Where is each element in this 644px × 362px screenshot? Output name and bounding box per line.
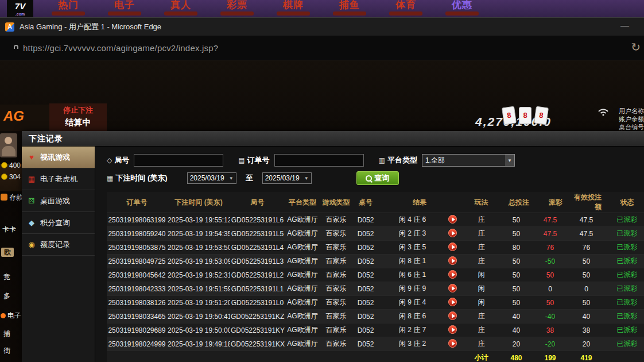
col-total-bet: 总投注: [503, 192, 537, 213]
table-row: 2503191980497252025-03-19 19:53:09GD0522…: [107, 255, 644, 268]
modal-main: ◇局号 ▤订单号 ▥平台类型 1.全部 ▼ ▦下注时间 (美东) 2025/03…: [95, 147, 644, 362]
deposit-button[interactable]: 存款: [1, 192, 22, 202]
bet-records-table: 订单号 下注时间 (美东) 局号 平台类型 游戏类型 桌号 结果 玩法 总投注 …: [107, 192, 644, 362]
col-result: 结果: [379, 192, 460, 213]
avatar[interactable]: [0, 133, 17, 157]
replay-button[interactable]: [448, 215, 457, 224]
cell-game: 百家乐: [320, 310, 352, 324]
result-text: 闲 6 庄 1: [399, 271, 426, 279]
filter-row-1: ◇局号 ▤订单号 ▥平台类型 1.全部 ▼: [107, 154, 644, 167]
cell-payout: -20: [537, 337, 571, 351]
cell-platform: AG欧洲厅: [285, 310, 320, 324]
table-header-row: 订单号 下注时间 (美东) 局号 平台类型 游戏类型 桌号 结果 玩法 总投注 …: [107, 192, 644, 213]
cell-payout: 47.5: [537, 213, 571, 227]
cell-status: 已派彩: [610, 241, 644, 255]
site-logo[interactable]: 7V.com: [7, 0, 33, 17]
round-number-input[interactable]: [134, 154, 223, 167]
nav-item-hot[interactable]: 热门: [52, 0, 85, 16]
game-category-tab[interactable]: 街: [3, 346, 10, 356]
platform-type-select[interactable]: 1.全部 ▼: [422, 154, 515, 167]
replay-button[interactable]: [448, 270, 457, 279]
points-query-icon: ◆: [26, 218, 37, 227]
minimize-button[interactable]: —: [616, 19, 634, 31]
bet-time-label: ▦下注时间 (美东): [107, 173, 168, 183]
table-row: 2503191980592402025-03-19 19:54:35GD0522…: [107, 227, 644, 241]
cell-valid: 50: [571, 296, 610, 310]
hall-tab[interactable]: 多: [3, 291, 10, 301]
search-button[interactable]: 查询: [356, 171, 399, 185]
cell-table_no: D052: [352, 227, 379, 241]
nav-item-live[interactable]: 真人: [164, 0, 197, 16]
coin-icon: [1, 162, 7, 168]
replay-button[interactable]: [448, 325, 457, 334]
table-row: 2503191980296892025-03-19 19:50:00GD0522…: [107, 324, 644, 337]
chevron-down-icon: ▼: [229, 176, 234, 181]
date-from-picker[interactable]: 2025/03/19 ▼: [187, 172, 236, 184]
cell-bet: 50: [503, 282, 537, 296]
cell-round: GD052253191L5: [230, 227, 285, 241]
address-bar: https://gci.7vvvvvv.com/agingame/pcv2/in…: [0, 36, 644, 60]
col-valid-bet: 有效投注额: [571, 192, 610, 213]
cell-valid: 47.5: [571, 213, 610, 227]
nav-item-lottery[interactable]: 彩票: [220, 0, 254, 16]
sidebar-item-slots[interactable]: ▦ 电子老虎机: [22, 168, 95, 190]
replay-button[interactable]: [448, 284, 457, 292]
nav-underline: [164, 11, 197, 16]
cell-bet: 40: [503, 310, 537, 324]
nav-item-chess[interactable]: 棋牌: [277, 0, 310, 16]
cell-table_no: D052: [352, 255, 379, 268]
table-row: 2503191980249992025-03-19 19:49:18GD0522…: [107, 337, 644, 351]
refresh-icon[interactable]: ↻: [631, 40, 641, 54]
cell-result: 闲 3 庄 2: [379, 337, 460, 351]
cell-status: 已派彩: [610, 337, 644, 351]
nav-item-fishing[interactable]: 捕鱼: [333, 0, 366, 16]
sidebar-item-table-games[interactable]: ⚄ 桌面游戏: [22, 190, 95, 212]
to-label: 至: [246, 173, 253, 183]
sidebar-item-live-games[interactable]: ♥ 视讯游戏: [22, 147, 95, 168]
order-number-input[interactable]: [274, 154, 364, 167]
cell-wager: 庄: [460, 255, 503, 268]
result-text: 闲 9 庄 9: [399, 284, 426, 292]
hall-tab[interactable]: 竞: [3, 272, 10, 282]
cell-result: 闲 3 庄 5: [379, 241, 460, 255]
nav-item-promo[interactable]: 优惠: [445, 0, 479, 16]
table-row: 2503191980381262025-03-19 19:51:20GD0522…: [107, 296, 644, 310]
cell-valid: 76: [571, 241, 610, 255]
round-number-label: ◇局号: [107, 155, 129, 165]
user-info-panel: 用户名称 账户余额 桌台编号: [619, 107, 644, 131]
replay-button[interactable]: [448, 311, 457, 320]
col-payout: 派彩: [537, 192, 571, 213]
cell-result: 闲 2 庄 3: [379, 227, 460, 241]
replay-button[interactable]: [448, 256, 457, 265]
nav-item-slots[interactable]: 电子: [108, 0, 141, 16]
cell-time: 2025-03-19 19:50:00: [167, 324, 230, 337]
site-top-nav: 7V.com 热门 电子 真人 彩票 棋牌 捕鱼 体育 优惠: [0, 0, 644, 17]
cell-order: 250319198049725: [107, 255, 167, 268]
replay-button[interactable]: [448, 339, 457, 348]
sidebar-item-credit-record[interactable]: ◉ 额度记录: [22, 234, 95, 256]
nav-item-sports[interactable]: 体育: [389, 0, 422, 16]
cell-round: GD052253191KY: [230, 324, 285, 337]
cell-game: 百家乐: [320, 213, 352, 227]
cell-result: 闲 9 庄 9: [379, 282, 460, 296]
replay-button[interactable]: [448, 242, 457, 251]
sidebar-item-points-query[interactable]: ◆ 积分查询: [22, 212, 95, 234]
hall-tab[interactable]: 卡卡: [2, 225, 16, 234]
cell-game: 百家乐: [320, 324, 352, 337]
cell-order: 250319198033465: [107, 310, 167, 324]
cell-valid: 20: [571, 337, 610, 351]
hall-tab-active[interactable]: 欧: [1, 248, 14, 257]
replay-button[interactable]: [448, 229, 457, 237]
replay-button[interactable]: [448, 298, 457, 306]
url-input[interactable]: https://gci.7vvvvvv.com/agingame/pcv2/in…: [23, 43, 218, 53]
game-category-tab[interactable]: 捕: [3, 329, 10, 339]
col-status: 状态: [610, 192, 644, 213]
cell-order: 250319198038126: [107, 296, 167, 310]
cell-game: 百家乐: [320, 282, 352, 296]
cell-status: 已派彩: [610, 213, 644, 227]
date-to-picker[interactable]: 2025/03/19 ▼: [262, 172, 312, 184]
subtotal-valid: 419: [571, 351, 610, 362]
game-category-tab[interactable]: 电子: [1, 311, 21, 321]
wifi-icon: [597, 107, 610, 118]
cell-order: 250319198053875: [107, 241, 167, 255]
